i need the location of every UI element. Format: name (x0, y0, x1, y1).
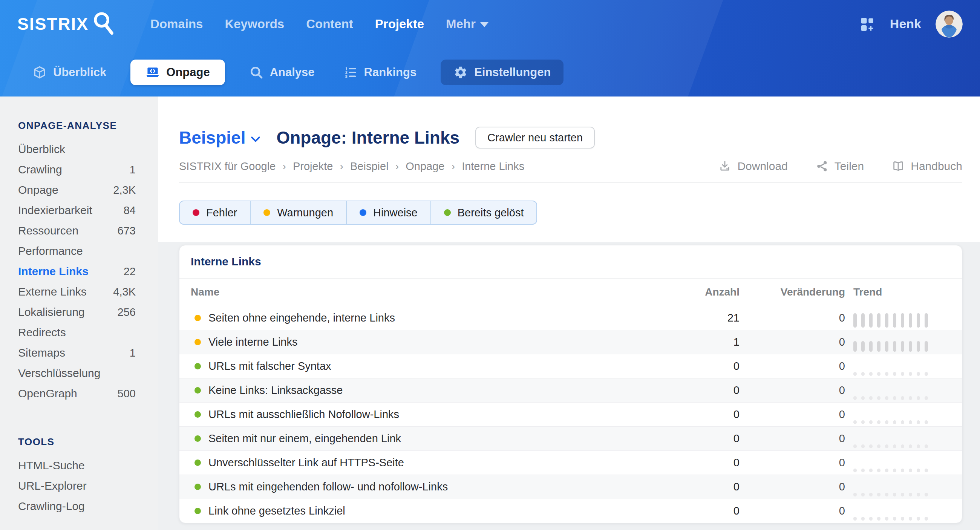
table-row[interactable]: URLs mit eingehenden follow- und nofollo… (180, 474, 962, 499)
breadcrumb-separator: › (451, 160, 455, 173)
top-nav-item[interactable]: Projekte (375, 17, 424, 31)
breadcrumb-item-label: Projekte (293, 160, 333, 173)
breadcrumb-item[interactable]: SISTRIX für Google (179, 160, 275, 173)
table-row[interactable]: Seiten ohne eingehende, interne Links 21… (180, 306, 962, 330)
table-row[interactable]: URLs mit falscher Syntax 0 0 (180, 354, 962, 378)
sidebar-item[interactable]: Überblick (18, 139, 136, 159)
filter-button[interactable]: Bereits gelöst (431, 201, 537, 224)
anzahl-value: 0 (672, 505, 740, 517)
sidebar-item[interactable]: Verschlüsselung (18, 363, 136, 384)
subnav-item[interactable]: Onpage (130, 60, 224, 85)
sidebar-item[interactable]: Crawling 1 (18, 159, 136, 180)
filter-button-label: Fehler (206, 207, 237, 219)
trend-sparkline (845, 499, 951, 523)
sidebar-item-label: Verschlüsselung (18, 367, 100, 380)
severity-dot (194, 484, 201, 490)
subnav-item[interactable]: Rankings (339, 60, 422, 85)
issue-name: Link ohne gesetztes Linkziel (208, 505, 345, 517)
apps-grid-icon[interactable] (859, 16, 876, 32)
project-sub-nav: Überblick Onpage Analyse Rankings Einste… (0, 48, 980, 96)
column-header-anzahl: Anzahl (672, 286, 740, 298)
trend-sparkline (845, 330, 951, 354)
restart-crawler-button[interactable]: Crawler neu starten (475, 127, 595, 148)
chevron-down-icon (480, 22, 488, 27)
sidebar-item-label: Externe Links (18, 285, 87, 298)
sidebar-item-label: Crawling-Log (18, 500, 85, 512)
top-nav-item[interactable]: Mehr (446, 17, 488, 31)
table-row[interactable]: Seiten mit nur einem, eingehenden Link 0… (180, 427, 962, 450)
subnav-item-label: Einstellungen (474, 65, 551, 79)
breadcrumb-separator: › (395, 160, 399, 173)
header-action[interactable]: Handbuch (892, 160, 962, 173)
filter-button-label: Bereits gelöst (458, 207, 524, 219)
status-dot (444, 209, 451, 216)
sidebar-item[interactable]: Lokalisierung 256 (18, 302, 136, 322)
project-selector-label: Beispiel (179, 127, 245, 148)
trend-sparkline (845, 451, 951, 474)
subnav-item[interactable]: Überblick (28, 60, 111, 85)
sistrix-logo[interactable]: SISTRIX (18, 11, 117, 37)
breadcrumb-item-label: Interne Links (462, 160, 524, 173)
table-row[interactable]: Keine Links: Linksackgasse 0 0 (180, 378, 962, 402)
breadcrumb-item[interactable]: › Interne Links (444, 160, 524, 173)
anzahl-value: 21 (672, 312, 740, 324)
subnav-item-label: Rankings (364, 65, 417, 79)
subnav-item[interactable]: Einstellungen (441, 60, 563, 85)
table-row[interactable]: Link ohne gesetztes Linkziel 0 0 (180, 499, 962, 523)
breadcrumb-item[interactable]: › Beispiel (333, 160, 388, 173)
breadcrumb-item[interactable]: › Projekte (275, 160, 333, 173)
subnav-item-label: Analyse (270, 65, 315, 79)
sidebar-item[interactable]: Onpage 2,3K (18, 180, 136, 200)
breadcrumb-item[interactable]: › Onpage (388, 160, 445, 173)
breadcrumb-separator: › (282, 160, 286, 173)
sidebar-section-tools: TOOLS HTML-Suche URL-Explorer Crawling-L… (18, 436, 136, 516)
filter-button[interactable]: Warnungen (251, 201, 347, 224)
sidebar-item[interactable]: Indexierbarkeit 84 (18, 200, 136, 221)
sidebar-item-count: 1 (130, 347, 136, 359)
sidebar-item[interactable]: Ressourcen 673 (18, 221, 136, 241)
project-selector[interactable]: Beispiel (179, 127, 261, 148)
sidebar-item[interactable]: Redirects (18, 322, 136, 343)
sidebar-item-label: URL-Explorer (18, 479, 87, 492)
sidebar-item-label: Indexierbarkeit (18, 204, 92, 217)
filter-button[interactable]: Hinweise (347, 201, 431, 224)
subnav-item[interactable]: Analyse (245, 60, 319, 85)
sidebar-item-label: Performance (18, 245, 83, 258)
anzahl-value: 0 (672, 360, 740, 372)
sidebar-item[interactable]: Interne Links 22 (18, 261, 136, 282)
sidebar-item[interactable]: Crawling-Log (18, 496, 136, 516)
sidebar-item[interactable]: Sitemaps 1 (18, 343, 136, 363)
header-action[interactable]: Teilen (816, 160, 864, 173)
trend-sparkline (845, 354, 951, 378)
sidebar-item-label: Interne Links (18, 265, 89, 278)
user-avatar[interactable] (935, 11, 963, 38)
veraenderung-value: 0 (740, 432, 845, 445)
chevron-down-icon (251, 136, 261, 143)
top-nav-item-label: Domains (150, 17, 203, 31)
table-row[interactable]: Unverschlüsselter Link auf HTTPS-Seite 0… (180, 450, 962, 474)
sidebar-item[interactable]: Externe Links 4,3K (18, 282, 136, 302)
anzahl-value: 0 (672, 457, 740, 469)
sidebar-item-label: Ressourcen (18, 224, 78, 237)
status-dot (360, 209, 366, 216)
sidebar-item[interactable]: URL-Explorer (18, 476, 136, 496)
sidebar-item[interactable]: HTML-Suche (18, 455, 136, 476)
subnav-item-label: Onpage (166, 65, 210, 79)
user-name[interactable]: Henk (890, 17, 921, 31)
top-nav-item[interactable]: Domains (150, 17, 203, 31)
table-row[interactable]: URLs mit ausschließlich Nofollow-Links 0… (180, 402, 962, 427)
veraenderung-value: 0 (740, 457, 845, 469)
severity-dot (194, 387, 201, 393)
sidebar-item[interactable]: Performance (18, 241, 136, 261)
top-nav-item[interactable]: Keywords (224, 17, 284, 31)
filter-button[interactable]: Fehler (180, 201, 251, 224)
main-area: Beispiel Onpage: Interne Links Crawler n… (158, 97, 980, 530)
sidebar-item-count: 500 (118, 387, 136, 400)
issue-name: URLs mit falscher Syntax (208, 360, 331, 372)
sidebar-item[interactable]: OpenGraph 500 (18, 384, 136, 404)
sidebar-item-count: 84 (124, 204, 136, 217)
table-row[interactable]: Viele interne Links 1 0 (180, 330, 962, 354)
sidebar-section-title: TOOLS (18, 436, 136, 448)
top-nav-item[interactable]: Content (306, 17, 353, 31)
header-action[interactable]: Download (718, 160, 788, 173)
